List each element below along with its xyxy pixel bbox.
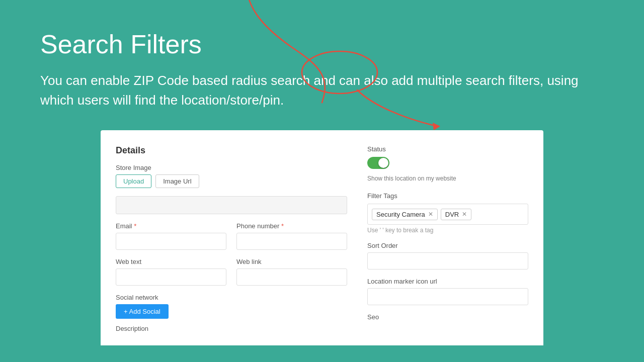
web-text-label: Web text <box>116 258 226 265</box>
description-section: Description <box>116 325 347 332</box>
social-network-label: Social network <box>116 294 347 301</box>
phone-field-group: Phone number <box>236 222 347 250</box>
web-link-field-group: Web link <box>236 258 347 286</box>
status-label: Status <box>367 145 528 153</box>
filter-tags-label: Filter Tags <box>367 192 528 200</box>
form-container: Details Store Image Upload Image Url Ema… <box>101 130 543 345</box>
section-title: Details <box>116 145 347 156</box>
tag-hint: Use ' ' key to break a tag <box>367 227 528 234</box>
web-text-field-group: Web text <box>116 258 226 286</box>
sort-order-input[interactable] <box>367 252 528 269</box>
tag-dvr: DVR ✕ <box>441 209 471 220</box>
store-image-label: Store Image <box>116 164 347 171</box>
tag-security-camera-remove[interactable]: ✕ <box>428 211 433 217</box>
location-marker-section: Location marker icon url <box>367 278 528 305</box>
email-label: Email <box>116 222 226 230</box>
tag-dvr-remove[interactable]: ✕ <box>462 211 467 217</box>
web-row: Web text Web link <box>116 258 347 286</box>
add-social-button[interactable]: + Add Social <box>116 304 169 319</box>
phone-label: Phone number <box>236 222 347 230</box>
location-marker-input[interactable] <box>367 288 528 305</box>
email-field-group: Email <box>116 222 226 250</box>
seo-section: Seo <box>367 313 528 321</box>
filter-tags-section: Filter Tags Security Camera ✕ DVR ✕ Use … <box>367 192 528 234</box>
email-phone-row: Email Phone number <box>116 222 347 250</box>
location-marker-label: Location marker icon url <box>367 278 528 285</box>
status-toggle[interactable] <box>367 157 389 169</box>
web-text-input[interactable] <box>116 268 226 286</box>
name-field-placeholder <box>116 196 347 214</box>
sort-order-section: Sort Order <box>367 242 528 269</box>
description-label: Description <box>116 325 347 332</box>
tag-security-camera-text: Security Camera <box>376 211 425 218</box>
store-image-section: Store Image Upload Image Url <box>116 164 347 188</box>
tag-security-camera: Security Camera ✕ <box>372 209 438 220</box>
web-link-label: Web link <box>236 258 347 265</box>
seo-label: Seo <box>367 313 528 321</box>
form-wrapper: Details Store Image Upload Image Url Ema… <box>50 130 594 345</box>
tag-dvr-text: DVR <box>445 211 459 218</box>
web-link-input[interactable] <box>236 268 347 286</box>
image-url-button[interactable]: Image Url <box>155 174 199 188</box>
phone-input[interactable] <box>236 233 347 250</box>
left-column: Details Store Image Upload Image Url Ema… <box>116 145 347 335</box>
social-network-section: Social network + Add Social <box>116 294 347 319</box>
sort-order-label: Sort Order <box>367 242 528 249</box>
status-section: Status Show this location on my website <box>367 145 528 182</box>
email-input[interactable] <box>116 233 226 250</box>
upload-button[interactable]: Upload <box>116 174 151 188</box>
page-description: You can enable ZIP Code based radius sea… <box>40 71 594 110</box>
show-location-text: Show this location on my website <box>367 175 528 182</box>
tags-input-container[interactable]: Security Camera ✕ DVR ✕ <box>367 204 528 225</box>
page-title: Search Filters <box>40 30 604 59</box>
right-column: Status Show this location on my website … <box>367 145 528 335</box>
image-buttons: Upload Image Url <box>116 174 347 188</box>
